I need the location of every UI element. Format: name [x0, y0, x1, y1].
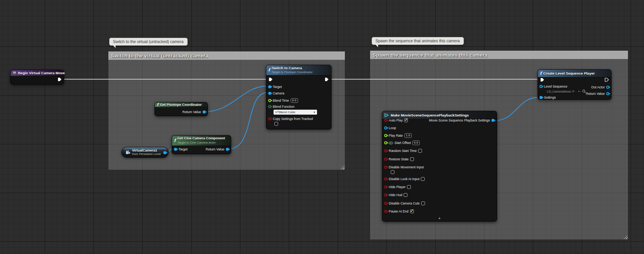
use-selected-asset-icon[interactable]: ⇦ [578, 90, 581, 93]
function-icon: f [268, 68, 270, 72]
out-actor-pin[interactable] [606, 86, 609, 89]
auto-play-checkbox[interactable] [404, 118, 408, 122]
camera-pin[interactable] [268, 92, 271, 95]
function-icon: f [540, 72, 542, 75]
blend-time-pin[interactable] [268, 99, 271, 102]
node-get-pixotope-coordinator[interactable]: f Get Pixotope Coordinator Return Value [155, 102, 208, 116]
node-create-level-sequence-player[interactable]: f Create Level Sequence Player Level Seq… [538, 69, 612, 100]
hide-hud-pin[interactable] [384, 193, 387, 196]
node-virtualcamera1[interactable]: VirtualCamera1 from Persistent Level [121, 147, 169, 158]
restore-state-pin[interactable] [384, 158, 387, 161]
random-start-time-checkbox[interactable] [418, 149, 422, 153]
play-rate-pin[interactable] [384, 134, 387, 137]
copy-settings-pin[interactable] [268, 117, 271, 120]
exec-in-pin[interactable] [540, 78, 544, 82]
copy-settings-checkbox[interactable] [274, 122, 278, 126]
exec-out-pin[interactable] [605, 78, 609, 82]
comment-spawn-sequence-title: Spawn the sequence that animates this ca… [373, 52, 488, 58]
node-make-playback-settings[interactable]: Make MovieSceneSequencePlaybackSettings … [382, 111, 497, 222]
blend-time-input[interactable]: 0.0 [291, 98, 298, 103]
blueprint-canvas[interactable]: Switch to the virtual (untracked) camera… [0, 0, 644, 254]
pause-at-end-pin[interactable] [384, 210, 387, 213]
settings-pin[interactable] [539, 96, 543, 99]
blend-function-dropdown[interactable]: VTBlend Cubic ▼ [274, 110, 317, 115]
eye-icon [389, 142, 393, 144]
exec-in-pin[interactable] [269, 77, 273, 81]
start-offset-input[interactable]: 0.0 [412, 141, 420, 145]
variable-name: VirtualCamera1 [132, 149, 161, 152]
return-value-pin[interactable] [606, 92, 609, 95]
make-struct-icon [384, 113, 389, 117]
function-icon: f [157, 103, 158, 107]
tooltip-switch-comment: Switch to the virtual (untracked) camera [109, 38, 188, 46]
node-begin-virtual-camera-move[interactable]: Begin Virtual Camera Move [10, 70, 64, 85]
node-get-cine-camera-component[interactable]: f Get Cine Camera Component Target is Ci… [172, 135, 231, 154]
auto-play-pin[interactable] [384, 119, 387, 122]
node-title: Make MovieSceneSequencePlaybackSettings [391, 113, 469, 117]
blend-function-pin[interactable] [268, 105, 271, 108]
level-sequence-asset-picker[interactable]: LS_CameraMove ▼ [545, 89, 576, 94]
comment-switch-camera-title: Switch to the virtual (untracked) camera [111, 53, 208, 59]
hide-player-checkbox[interactable] [407, 185, 411, 189]
function-icon: f [174, 139, 176, 142]
disable-movement-input-checkbox[interactable] [391, 170, 394, 174]
restore-state-checkbox[interactable] [410, 157, 414, 161]
comment-switch-camera-header[interactable]: Switch to the virtual (untracked) camera [108, 51, 345, 60]
target-pin[interactable] [174, 148, 177, 151]
level-sequence-pin[interactable] [539, 85, 543, 88]
return-value-pin[interactable] [226, 148, 229, 151]
browse-asset-icon[interactable] [582, 89, 586, 93]
play-rate-input[interactable]: 1.0 [404, 133, 412, 138]
tooltip-spawn-comment: Spawn the sequence that animates this ca… [372, 37, 464, 45]
hide-hud-checkbox[interactable] [404, 193, 407, 197]
disable-camera-cuts-pin[interactable] [384, 202, 387, 205]
disable-look-at-input-pin[interactable] [384, 177, 387, 181]
exec-out-pin[interactable] [325, 77, 329, 81]
start-offset-pin[interactable] [384, 141, 387, 144]
random-start-time-pin[interactable] [384, 149, 387, 152]
node-switch-to-camera[interactable]: f Switch to Camera Target is Pixotope Co… [266, 65, 332, 129]
disable-look-at-input-checkbox[interactable] [421, 177, 425, 181]
node-subtitle: Target is Cine Camera Actor [177, 141, 225, 145]
event-icon [13, 71, 16, 75]
hide-player-pin[interactable] [384, 185, 387, 189]
loop-pin[interactable] [384, 126, 387, 129]
pause-at-end-checkbox[interactable] [410, 209, 414, 213]
node-title: Create Level Sequence Player [543, 71, 595, 75]
node-title: Begin Virtual Camera Move [18, 71, 65, 75]
playback-settings-out-pin[interactable] [491, 119, 494, 122]
value-out-pin[interactable] [163, 151, 166, 154]
node-title: Get Cine Camera Component [177, 136, 225, 141]
target-pin[interactable] [268, 85, 271, 88]
exec-out-pin[interactable] [58, 77, 62, 81]
disable-camera-cuts-checkbox[interactable] [421, 201, 425, 205]
node-title: Get Pixotope Coordinator [160, 103, 202, 107]
return-value-pin[interactable] [203, 110, 206, 113]
node-subtitle: Target is Pixotope Coordinator [272, 70, 313, 74]
camera-icon [126, 150, 130, 154]
collapse-advanced-arrow[interactable]: ▲ [438, 216, 441, 220]
node-title: Switch to Camera [272, 66, 313, 70]
chevron-down-icon: ▼ [572, 90, 574, 93]
comment-spawn-sequence-header[interactable]: Spawn the sequence that animates this ca… [370, 51, 628, 59]
variable-origin: from Persistent Level [132, 152, 161, 156]
disable-movement-input-pin[interactable] [384, 166, 387, 169]
chevron-down-icon: ▼ [313, 111, 316, 113]
